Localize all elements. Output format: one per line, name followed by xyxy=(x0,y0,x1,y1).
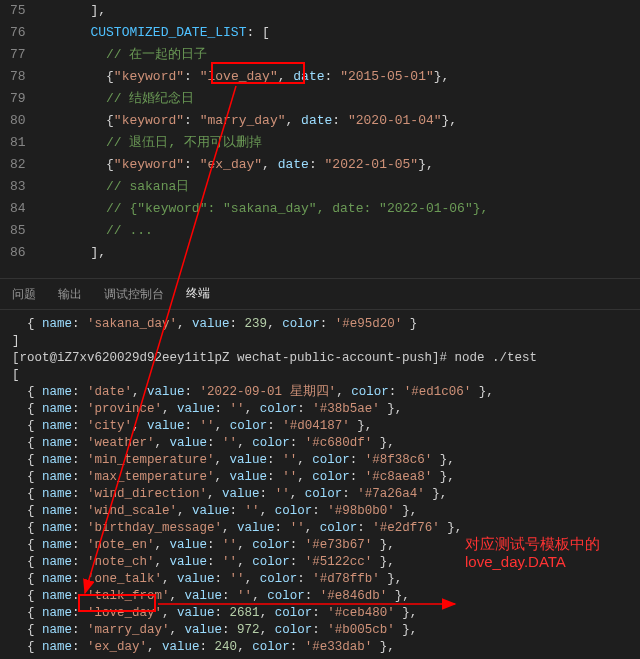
line-number: 78 xyxy=(10,66,26,88)
code-content[interactable]: ], CUSTOMIZED_DATE_LIST: [ // 在一起的日子 {"k… xyxy=(44,0,640,278)
line-number: 75 xyxy=(10,0,26,22)
code-line[interactable]: CUSTOMIZED_DATE_LIST: [ xyxy=(44,22,640,44)
tab-problems[interactable]: 问题 xyxy=(10,278,38,311)
line-number: 85 xyxy=(10,220,26,242)
terminal-line: { name: 'weather', value: '', color: '#c… xyxy=(12,435,628,452)
terminal-line: { name: 'date', value: '2022-09-01 星期四',… xyxy=(12,384,628,401)
line-number: 81 xyxy=(10,132,26,154)
terminal-line: { name: 'sakana_day', value: 239, color:… xyxy=(12,316,628,333)
code-line[interactable]: // 在一起的日子 xyxy=(44,44,640,66)
code-line[interactable]: // ... xyxy=(44,220,640,242)
code-line[interactable]: ], xyxy=(44,0,640,22)
tab-debug-console[interactable]: 调试控制台 xyxy=(102,278,166,311)
terminal-line: { name: 'one_talk', value: '', color: '#… xyxy=(12,571,628,588)
code-line[interactable]: // 退伍日, 不用可以删掉 xyxy=(44,132,640,154)
line-number: 80 xyxy=(10,110,26,132)
code-line[interactable]: // sakana日 xyxy=(44,176,640,198)
code-line[interactable]: {"keyword": "love_day", date: "2015-05-0… xyxy=(44,66,640,88)
terminal-line: { name: 'marry_day', value: 972, color: … xyxy=(12,622,628,639)
terminal-line: [ xyxy=(12,367,628,384)
code-line[interactable]: {"keyword": "ex_day", date: "2022-01-05"… xyxy=(44,154,640,176)
terminal-line: { name: 'love_day', value: 2681, color: … xyxy=(12,605,628,622)
terminal-line: { name: 'min_temperature', value: '', co… xyxy=(12,452,628,469)
terminal-line: ] xyxy=(12,333,628,350)
line-number: 76 xyxy=(10,22,26,44)
code-line[interactable]: ], xyxy=(44,242,640,264)
tab-output[interactable]: 输出 xyxy=(56,278,84,311)
line-number: 83 xyxy=(10,176,26,198)
terminal-line: { name: 'birthday_message', value: '', c… xyxy=(12,520,628,537)
code-editor[interactable]: 757677787980818283848586 ], CUSTOMIZED_D… xyxy=(0,0,640,278)
panel-tabs: 问题 输出 调试控制台 终端 xyxy=(0,278,640,310)
line-number: 82 xyxy=(10,154,26,176)
terminal-line: { name: 'ex_day', value: 240, color: '#e… xyxy=(12,639,628,656)
line-number: 79 xyxy=(10,88,26,110)
terminal-line: { name: 'max_temperature', value: '', co… xyxy=(12,469,628,486)
terminal-panel[interactable]: { name: 'sakana_day', value: 239, color:… xyxy=(0,310,640,659)
code-line[interactable]: // {"keyword": "sakana_day", date: "2022… xyxy=(44,198,640,220)
line-gutter: 757677787980818283848586 xyxy=(0,0,44,278)
terminal-line: { name: 'note_en', value: '', color: '#e… xyxy=(12,537,628,554)
terminal-line: { name: 'province', value: '', color: '#… xyxy=(12,401,628,418)
terminal-line: { name: 'wind_direction', value: '', col… xyxy=(12,486,628,503)
terminal-line: { name: 'note_ch', value: '', color: '#5… xyxy=(12,554,628,571)
line-number: 86 xyxy=(10,242,26,264)
terminal-line: { name: 'talk_from', value: '', color: '… xyxy=(12,588,628,605)
code-line[interactable]: // 结婚纪念日 xyxy=(44,88,640,110)
line-number: 84 xyxy=(10,198,26,220)
terminal-line: { name: 'wind_scale', value: '', color: … xyxy=(12,503,628,520)
tab-terminal[interactable]: 终端 xyxy=(184,277,212,311)
terminal-line: { name: 'city', value: '', color: '#d041… xyxy=(12,418,628,435)
code-line[interactable]: {"keyword": "marry_day", date: "2020-01-… xyxy=(44,110,640,132)
line-number: 77 xyxy=(10,44,26,66)
terminal-line: [root@iZ7xv620029d92eey1itlpZ wechat-pub… xyxy=(12,350,628,367)
